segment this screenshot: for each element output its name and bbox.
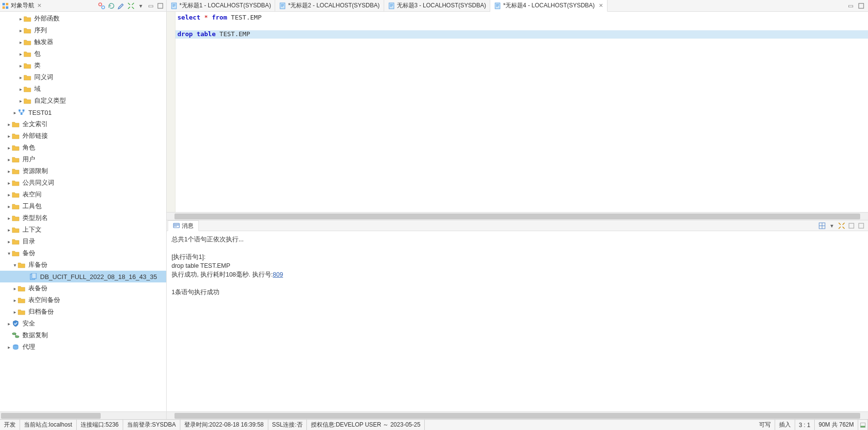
status-insert-mode: 插入 xyxy=(775,420,795,430)
chevron-right-icon[interactable] xyxy=(18,16,23,22)
tree-item[interactable]: 代理 xyxy=(0,341,166,353)
expand-icon[interactable] xyxy=(838,222,846,230)
tree-item[interactable]: 外部函数 xyxy=(0,13,166,24)
chevron-right-icon[interactable] xyxy=(12,110,18,115)
svg-rect-11 xyxy=(32,273,36,279)
tree-item[interactable]: 外部链接 xyxy=(0,130,166,142)
tree-item[interactable]: 触发器 xyxy=(0,36,166,48)
chevron-right-icon[interactable] xyxy=(6,321,12,326)
tree-item[interactable]: 表空间备份 xyxy=(0,294,166,306)
tree-item[interactable]: 角色 xyxy=(0,142,166,153)
chevron-right-icon[interactable] xyxy=(18,63,23,68)
chevron-right-icon[interactable] xyxy=(18,86,23,92)
message-line: drop table TEST.EMP xyxy=(172,261,863,270)
chevron-right-icon[interactable] xyxy=(6,180,12,186)
tree-item[interactable]: 同义词 xyxy=(0,71,166,83)
chevron-down-icon[interactable] xyxy=(6,251,12,256)
minimize-icon[interactable]: ▭ xyxy=(147,2,154,10)
settings-icon[interactable] xyxy=(847,222,855,230)
svg-rect-3 xyxy=(6,6,8,9)
messages-scrollbar[interactable] xyxy=(167,411,868,419)
sidebar-scrollbar[interactable] xyxy=(0,411,166,419)
chevron-right-icon[interactable] xyxy=(18,28,23,33)
chevron-right-icon[interactable] xyxy=(6,227,12,233)
sql-editor[interactable]: select * from TEST.EMP drop table TEST.E… xyxy=(167,12,868,212)
backup-icon xyxy=(29,273,37,280)
grid-icon[interactable] xyxy=(818,222,826,230)
status-user: 当前登录:SYSDBA xyxy=(123,420,180,430)
chevron-right-icon[interactable] xyxy=(6,169,12,174)
chevron-right-icon[interactable] xyxy=(18,51,23,57)
tree-item[interactable]: 序列 xyxy=(0,24,166,36)
tree-item[interactable]: 全文索引 xyxy=(0,118,166,130)
close-icon[interactable] xyxy=(857,222,865,230)
chevron-right-icon[interactable] xyxy=(18,40,23,45)
tree-item[interactable]: 库备份 xyxy=(0,259,166,271)
code-line[interactable] xyxy=(175,22,868,30)
tree-item[interactable]: TEST01 xyxy=(0,107,166,118)
tree-item[interactable]: 类型别名 xyxy=(0,212,166,224)
svg-rect-18 xyxy=(495,3,500,9)
tree-item[interactable]: 目录 xyxy=(0,236,166,247)
tree-item-label: 数据复制 xyxy=(22,331,48,340)
folder-icon xyxy=(12,215,20,221)
chevron-right-icon[interactable] xyxy=(12,309,18,315)
editor-tab[interactable]: *无标题4 - LOCALHOST(SYSDBA)✕ xyxy=(490,0,607,12)
edit-icon[interactable] xyxy=(117,2,125,10)
editor-tab[interactable]: 无标题3 - LOCALHOST(SYSDBA) xyxy=(384,0,491,11)
expand-icon[interactable] xyxy=(127,2,135,10)
chevron-right-icon[interactable] xyxy=(6,344,12,350)
chevron-right-icon[interactable] xyxy=(12,286,18,291)
tree-item[interactable]: 包 xyxy=(0,48,166,60)
tree-item[interactable]: 上下文 xyxy=(0,224,166,236)
maximize-icon[interactable] xyxy=(857,2,865,10)
chevron-right-icon[interactable] xyxy=(6,204,12,209)
tree-item[interactable]: 工具包 xyxy=(0,200,166,212)
chevron-right-icon[interactable] xyxy=(12,298,18,303)
tree-item[interactable]: 用户 xyxy=(0,153,166,165)
tree-item[interactable]: DB_UCIT_FULL_2022_08_18_16_43_35 xyxy=(0,271,166,282)
messages-output[interactable]: 总共1个语句正依次执行... [执行语句1]: drop table TEST.… xyxy=(167,231,868,411)
close-icon[interactable]: ✕ xyxy=(37,2,42,9)
chevron-right-icon[interactable] xyxy=(6,133,12,139)
tree-item[interactable]: 数据复制 xyxy=(0,329,166,341)
tree-item-label: TEST01 xyxy=(28,109,52,116)
object-tree[interactable]: 外部函数序列触发器包类同义词域自定义类型TEST01全文索引外部链接角色用户资源… xyxy=(0,12,166,411)
editor-tab[interactable]: *无标题1 - LOCALHOST(SYSDBA) xyxy=(167,0,275,11)
status-login-time: 登录时间:2022-08-18 16:39:58 xyxy=(180,420,268,430)
chevron-right-icon[interactable] xyxy=(18,75,23,80)
tree-item[interactable]: 域 xyxy=(0,83,166,95)
execution-id-link[interactable]: 809 xyxy=(273,271,283,278)
chevron-down-icon[interactable]: ▾ xyxy=(137,2,145,10)
chevron-right-icon[interactable] xyxy=(6,145,12,150)
chevron-down-icon[interactable] xyxy=(12,262,18,268)
chevron-right-icon[interactable] xyxy=(6,157,12,162)
code-line[interactable]: drop table TEST.EMP xyxy=(175,30,868,39)
editor-tab[interactable]: *无标题2 - LOCALHOST(SYSDBA) xyxy=(275,0,384,11)
tree-item[interactable]: 公共同义词 xyxy=(0,177,166,189)
refresh-icon[interactable] xyxy=(108,2,115,10)
chevron-right-icon[interactable] xyxy=(18,98,23,104)
tree-item[interactable]: 类 xyxy=(0,60,166,71)
tree-item[interactable]: 自定义类型 xyxy=(0,95,166,107)
tree-item[interactable]: 备份 xyxy=(0,247,166,259)
chevron-right-icon[interactable] xyxy=(6,239,12,244)
svg-rect-0 xyxy=(2,3,5,5)
maximize-icon[interactable] xyxy=(156,2,164,10)
tree-item[interactable]: 资源限制 xyxy=(0,165,166,177)
close-icon[interactable]: ✕ xyxy=(599,2,603,9)
tree-item[interactable]: 安全 xyxy=(0,318,166,329)
tree-item[interactable]: 表备份 xyxy=(0,282,166,294)
messages-tab[interactable]: 消息 xyxy=(168,220,199,231)
chevron-right-icon[interactable] xyxy=(6,122,12,127)
code-line[interactable]: select * from TEST.EMP xyxy=(175,14,868,22)
chevron-down-icon[interactable]: ▾ xyxy=(828,222,836,230)
tree-item[interactable]: 表空间 xyxy=(0,189,166,200)
tree-item-label: 表空间 xyxy=(22,190,42,199)
minimize-icon[interactable]: ▭ xyxy=(846,2,854,10)
tree-item[interactable]: 归档备份 xyxy=(0,306,166,318)
chevron-right-icon[interactable] xyxy=(6,192,12,197)
link-icon[interactable] xyxy=(98,2,106,10)
chevron-right-icon[interactable] xyxy=(6,215,12,221)
editor-scrollbar[interactable] xyxy=(167,212,868,220)
